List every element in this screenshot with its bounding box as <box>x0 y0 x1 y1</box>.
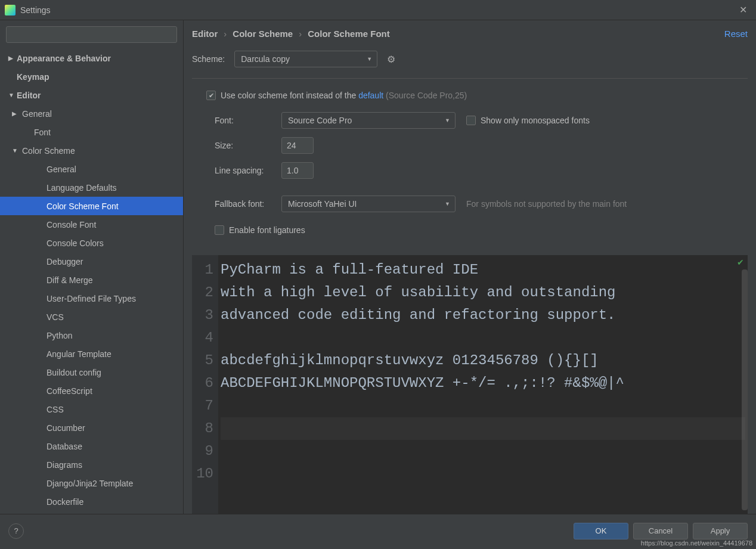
expand-arrow-icon[interactable]: ▶ <box>8 55 17 61</box>
tree-item-label: CSS <box>47 405 64 414</box>
tree-item[interactable]: ▶General <box>0 104 183 123</box>
font-select[interactable]: Source Code Pro ▼ <box>281 112 456 129</box>
tree-item[interactable]: User-Defined File Types <box>0 289 183 308</box>
fallback-label: Fallback font: <box>215 199 277 209</box>
monospaced-label: Show only monospaced fonts <box>481 116 590 125</box>
tree-item[interactable]: Diff & Merge <box>0 271 183 289</box>
tree-item-label: Database <box>47 442 82 451</box>
fallback-hint: For symbols not supported by the main fo… <box>460 199 748 209</box>
chevron-down-icon: ▼ <box>367 56 372 62</box>
tree-item-label: Keymap <box>17 72 49 82</box>
font-value: Source Code Pro <box>288 116 352 125</box>
tree-item[interactable]: Console Colors <box>0 234 183 252</box>
breadcrumb-sep: › <box>299 29 302 39</box>
tree-item-label: General <box>47 165 76 174</box>
tree-item[interactable]: Keymap <box>0 67 183 86</box>
scheme-value: Darcula copy <box>241 54 290 64</box>
reset-link[interactable]: Reset <box>724 29 748 39</box>
tree-item-label: Python <box>47 331 73 340</box>
tree-item[interactable]: Diagrams <box>0 455 183 474</box>
close-icon[interactable]: ✕ <box>735 2 751 18</box>
tree-item[interactable]: Angular Template <box>0 345 183 363</box>
chevron-down-icon: ▼ <box>445 201 450 207</box>
tree-item-label: Console Colors <box>47 238 104 248</box>
preview-gutter: 12345678910 <box>192 255 218 514</box>
default-link[interactable]: default <box>358 91 383 100</box>
main-panel: Editor › Color Scheme › Color Scheme Fon… <box>184 20 756 514</box>
ligatures-label: Enable font ligatures <box>229 225 305 235</box>
window-title: Settings <box>20 5 51 15</box>
settings-tree[interactable]: ▶Appearance & BehaviorKeymap▼Editor▶Gene… <box>0 49 183 514</box>
fallback-value: Microsoft YaHei UI <box>288 199 357 209</box>
tree-item-label: Django/Jinja2 Template <box>47 479 133 488</box>
tree-item-label: User-Defined File Types <box>47 294 136 303</box>
preview-code: PyCharm is a full-featured IDEwith a hig… <box>218 255 748 514</box>
tree-item[interactable]: Font <box>0 123 183 141</box>
default-hint: (Source Code Pro,25) <box>386 91 467 100</box>
tree-item-label: Diff & Merge <box>47 275 93 285</box>
breadcrumb-part: Color Scheme Font <box>308 29 390 39</box>
expand-arrow-icon[interactable]: ▼ <box>8 92 17 98</box>
tree-item[interactable]: Cucumber <box>0 418 183 437</box>
sidebar: 🔍 ▶Appearance & BehaviorKeymap▼Editor▶Ge… <box>0 20 184 514</box>
scrollbar[interactable] <box>742 269 748 510</box>
tree-item-label: Angular Template <box>47 349 111 359</box>
use-scheme-font-checkbox[interactable] <box>206 91 216 100</box>
tree-item[interactable]: General <box>0 160 183 178</box>
size-label: Size: <box>215 141 277 150</box>
tree-item-label: General <box>22 109 52 119</box>
titlebar: Settings ✕ <box>0 0 756 20</box>
tree-item[interactable]: VCS <box>0 308 183 326</box>
tree-item-label: CoffeeScript <box>47 386 92 396</box>
fallback-select[interactable]: Microsoft YaHei UI ▼ <box>281 196 456 212</box>
cancel-button[interactable]: Cancel <box>633 523 688 539</box>
separator <box>192 78 748 79</box>
tree-item[interactable]: Python <box>0 326 183 345</box>
chevron-down-icon: ▼ <box>445 117 450 123</box>
tree-item-label: Appearance & Behavior <box>17 54 111 63</box>
tree-item[interactable]: Buildout config <box>0 363 183 381</box>
tree-item[interactable]: ▼Color Scheme <box>0 141 183 160</box>
breadcrumb-part[interactable]: Color Scheme <box>233 29 293 39</box>
tree-item[interactable]: Database <box>0 437 183 455</box>
tree-item-label: Dockerfile <box>47 497 83 507</box>
ok-button[interactable]: OK <box>574 523 628 539</box>
tree-item[interactable]: CSS <box>0 400 183 418</box>
tree-item[interactable]: Django/Jinja2 Template <box>0 474 183 492</box>
tree-item[interactable]: Console Font <box>0 215 183 234</box>
tree-item-label: Diagrams <box>47 460 82 470</box>
tree-item-label: Font <box>34 128 51 137</box>
monospaced-checkbox[interactable] <box>466 116 476 125</box>
ligatures-checkbox[interactable] <box>215 225 224 235</box>
expand-arrow-icon[interactable]: ▶ <box>12 110 22 117</box>
tree-item-label: Debugger <box>47 257 83 266</box>
tree-item[interactable]: Color Scheme Font <box>0 197 183 215</box>
gear-icon[interactable]: ⚙ <box>387 54 395 65</box>
expand-arrow-icon[interactable]: ▼ <box>12 147 22 154</box>
tree-item-label: Language Defaults <box>47 183 117 193</box>
spacing-input[interactable] <box>281 162 314 179</box>
tree-item-label: Console Font <box>47 220 96 229</box>
tree-item-label: Color Scheme <box>22 146 75 156</box>
spacing-label: Line spacing: <box>215 166 277 175</box>
watermark: https://blog.csdn.net/weixin_44419678 <box>641 539 752 547</box>
breadcrumb-part[interactable]: Editor <box>192 29 218 39</box>
breadcrumb: Editor › Color Scheme › Color Scheme Fon… <box>192 29 748 39</box>
tree-item-label: VCS <box>47 312 64 322</box>
tree-item[interactable]: Debugger <box>0 252 183 271</box>
apply-button[interactable]: Apply <box>693 523 748 539</box>
tree-item[interactable]: Dockerfile <box>0 492 183 511</box>
check-icon: ✔ <box>737 258 744 267</box>
tree-item[interactable]: ▶Appearance & Behavior <box>0 49 183 67</box>
tree-item[interactable]: ▼Editor <box>0 86 183 104</box>
tree-item-label: Cucumber <box>47 423 85 433</box>
use-scheme-font-label: Use color scheme font instead of the <box>221 91 358 100</box>
scheme-select[interactable]: Darcula copy ▼ <box>234 51 377 67</box>
help-icon[interactable]: ? <box>8 523 24 539</box>
tree-item-label: Editor <box>17 91 41 100</box>
size-input[interactable] <box>281 137 314 154</box>
tree-item[interactable]: Language Defaults <box>0 178 183 197</box>
tree-item[interactable]: CoffeeScript <box>0 381 183 400</box>
app-icon <box>5 5 16 15</box>
search-input[interactable] <box>6 26 177 43</box>
